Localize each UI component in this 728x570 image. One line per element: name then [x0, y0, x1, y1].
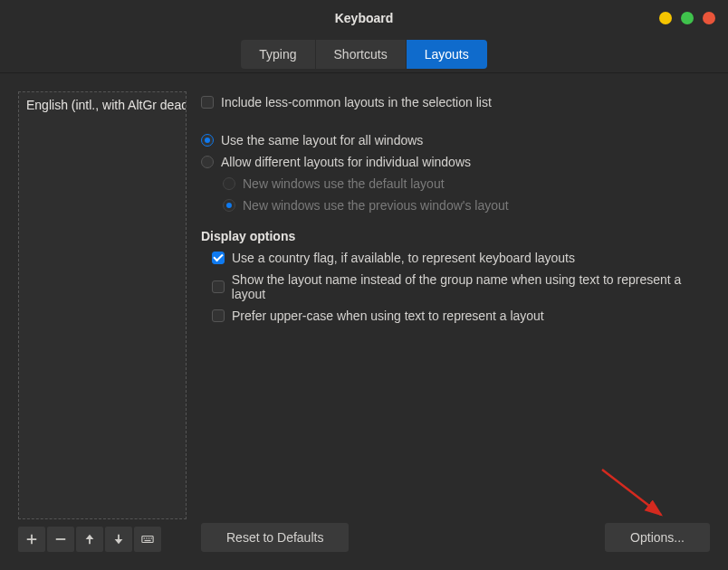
checkbox-row-prefer-uppercase[interactable]: Prefer upper-case when using text to rep… — [212, 305, 710, 327]
tab-group: Typing Shortcuts Layouts — [241, 40, 486, 69]
window-controls — [659, 12, 715, 24]
tab-layouts[interactable]: Layouts — [407, 40, 487, 69]
option-label: New windows use the previous window's la… — [243, 198, 509, 213]
radio-new-previous — [223, 199, 235, 212]
list-item[interactable]: English (intl., with AltGr dead keys) — [19, 92, 186, 118]
annotation-arrow-icon — [598, 465, 679, 528]
left-column: English (intl., with AltGr dead keys) — [18, 91, 187, 552]
checkbox-row-include-less-common[interactable]: Include less-common layouts in the selec… — [201, 91, 710, 113]
option-label: Show the layout name instead of the grou… — [232, 272, 710, 301]
option-label: Prefer upper-case when using text to rep… — [232, 309, 544, 323]
radio-row-same-layout[interactable]: Use the same layout for all windows — [201, 129, 710, 151]
move-up-button[interactable] — [76, 527, 103, 552]
radio-new-default — [223, 177, 235, 190]
keyboard-icon — [141, 533, 154, 546]
titlebar: Keyboard — [0, 0, 728, 36]
move-down-button[interactable] — [105, 527, 132, 552]
svg-rect-1 — [142, 537, 153, 543]
option-label: Use a country flag, if available, to rep… — [232, 251, 575, 265]
option-label: Use the same layout for all windows — [221, 133, 423, 147]
tab-shortcuts[interactable]: Shortcuts — [316, 40, 407, 69]
tab-label: Shortcuts — [334, 47, 388, 62]
tab-label: Layouts — [425, 47, 469, 62]
checkbox-row-use-flag[interactable]: Use a country flag, if available, to rep… — [212, 247, 710, 269]
maximize-icon[interactable] — [681, 12, 694, 24]
display-options-heading: Display options — [201, 229, 710, 243]
checkbox-prefer-uppercase[interactable] — [212, 309, 225, 322]
button-label: Options... — [630, 530, 685, 545]
arrow-down-icon — [112, 533, 125, 546]
button-label: Reset to Defaults — [226, 530, 323, 545]
svg-rect-6 — [145, 540, 151, 541]
checkbox-show-layout-name[interactable] — [212, 280, 225, 293]
svg-line-7 — [602, 470, 661, 515]
keyboard-preview-button[interactable] — [134, 527, 161, 552]
tab-label: Typing — [259, 47, 296, 62]
add-button[interactable] — [18, 527, 45, 552]
checkbox-include-less-common[interactable] — [201, 96, 214, 109]
svg-rect-5 — [151, 537, 152, 538]
tab-typing[interactable]: Typing — [241, 40, 315, 69]
options-button[interactable]: Options... — [605, 523, 710, 552]
radio-row-different-layouts[interactable]: Allow different layouts for individual w… — [201, 151, 710, 173]
radio-row-new-default: New windows use the default layout — [223, 173, 710, 195]
radio-different-layouts[interactable] — [201, 156, 214, 168]
option-label: New windows use the default layout — [243, 176, 445, 191]
option-label: Allow different layouts for individual w… — [221, 155, 471, 169]
plus-icon — [25, 533, 38, 546]
minimize-icon[interactable] — [659, 12, 672, 24]
svg-rect-0 — [56, 538, 66, 540]
layouts-toolbar — [18, 527, 187, 552]
svg-rect-3 — [146, 537, 147, 538]
list-item-label: English (intl., with AltGr dead keys) — [26, 98, 186, 112]
svg-rect-4 — [148, 537, 149, 538]
reset-defaults-button[interactable]: Reset to Defaults — [201, 523, 349, 552]
minus-icon — [54, 533, 67, 546]
bottom-button-row: Reset to Defaults Options... — [201, 523, 710, 552]
close-icon[interactable] — [703, 12, 715, 24]
tabbar: Typing Shortcuts Layouts — [0, 36, 728, 72]
option-label: Include less-common layouts in the selec… — [221, 95, 492, 109]
svg-rect-2 — [144, 537, 145, 538]
content-area: English (intl., with AltGr dead keys) — [0, 73, 728, 570]
arrow-up-icon — [83, 533, 96, 546]
window-title: Keyboard — [335, 11, 394, 25]
layouts-listbox[interactable]: English (intl., with AltGr dead keys) — [18, 91, 187, 519]
radio-same-layout[interactable] — [201, 134, 214, 147]
checkbox-row-show-layout-name[interactable]: Show the layout name instead of the grou… — [212, 269, 710, 305]
remove-button[interactable] — [47, 527, 74, 552]
right-column: Include less-common layouts in the selec… — [201, 91, 710, 552]
checkbox-use-flag[interactable] — [212, 252, 225, 264]
radio-row-new-previous: New windows use the previous window's la… — [223, 195, 710, 216]
